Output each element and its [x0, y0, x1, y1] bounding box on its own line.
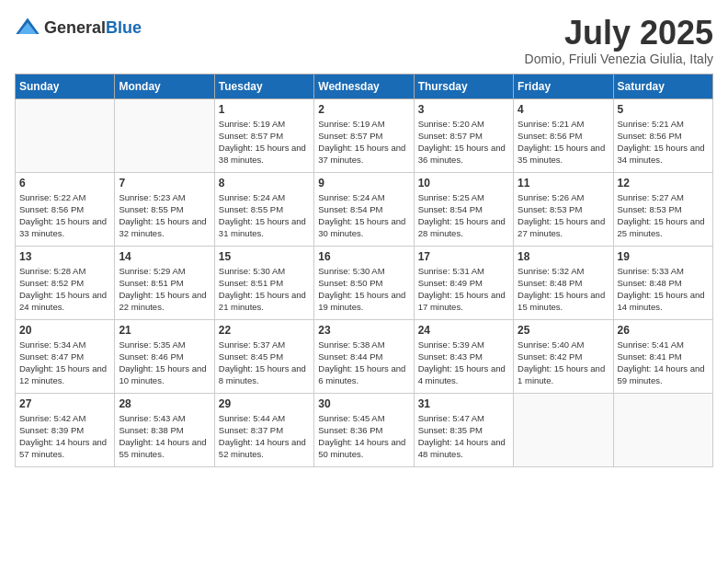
day-cell: 23Sunrise: 5:38 AM Sunset: 8:44 PM Dayli… — [314, 319, 414, 393]
day-number: 20 — [19, 324, 110, 337]
day-number: 27 — [19, 397, 110, 410]
day-cell: 31Sunrise: 5:47 AM Sunset: 8:35 PM Dayli… — [414, 393, 513, 466]
day-info: Sunrise: 5:24 AM Sunset: 8:54 PM Dayligh… — [318, 191, 409, 240]
day-cell: 11Sunrise: 5:26 AM Sunset: 8:53 PM Dayli… — [514, 172, 613, 246]
day-number: 16 — [318, 250, 409, 263]
day-cell: 2Sunrise: 5:19 AM Sunset: 8:57 PM Daylig… — [314, 98, 414, 172]
day-info: Sunrise: 5:43 AM Sunset: 8:38 PM Dayligh… — [119, 412, 210, 461]
day-info: Sunrise: 5:31 AM Sunset: 8:49 PM Dayligh… — [418, 265, 509, 314]
week-row-4: 20Sunrise: 5:34 AM Sunset: 8:47 PM Dayli… — [16, 319, 713, 393]
day-number: 30 — [318, 397, 409, 410]
header-cell-monday: Monday — [115, 74, 214, 98]
header-cell-sunday: Sunday — [16, 74, 115, 98]
day-number: 23 — [318, 324, 409, 337]
day-number: 18 — [518, 250, 609, 263]
day-info: Sunrise: 5:19 AM Sunset: 8:57 PM Dayligh… — [318, 118, 409, 167]
day-number: 31 — [418, 397, 509, 410]
day-info: Sunrise: 5:21 AM Sunset: 8:56 PM Dayligh… — [518, 118, 609, 167]
day-info: Sunrise: 5:23 AM Sunset: 8:55 PM Dayligh… — [119, 191, 210, 240]
day-info: Sunrise: 5:44 AM Sunset: 8:37 PM Dayligh… — [219, 412, 310, 461]
day-cell: 5Sunrise: 5:21 AM Sunset: 8:56 PM Daylig… — [613, 98, 712, 172]
day-cell: 26Sunrise: 5:41 AM Sunset: 8:41 PM Dayli… — [613, 319, 712, 393]
day-info: Sunrise: 5:20 AM Sunset: 8:57 PM Dayligh… — [418, 118, 509, 167]
day-number: 12 — [618, 177, 709, 190]
day-cell: 12Sunrise: 5:27 AM Sunset: 8:53 PM Dayli… — [613, 172, 712, 246]
day-info: Sunrise: 5:30 AM Sunset: 8:51 PM Dayligh… — [219, 265, 310, 314]
day-cell: 6Sunrise: 5:22 AM Sunset: 8:56 PM Daylig… — [16, 172, 115, 246]
day-info: Sunrise: 5:37 AM Sunset: 8:45 PM Dayligh… — [219, 339, 310, 387]
day-number: 17 — [418, 250, 509, 263]
day-info: Sunrise: 5:41 AM Sunset: 8:41 PM Dayligh… — [618, 339, 709, 387]
day-cell: 1Sunrise: 5:19 AM Sunset: 8:57 PM Daylig… — [214, 98, 313, 172]
month-title: July 2025 — [525, 15, 713, 52]
day-info: Sunrise: 5:26 AM Sunset: 8:53 PM Dayligh… — [518, 191, 609, 240]
day-cell: 30Sunrise: 5:45 AM Sunset: 8:36 PM Dayli… — [314, 393, 414, 466]
day-number: 5 — [618, 103, 709, 116]
location-title: Domio, Friuli Venezia Giulia, Italy — [525, 52, 713, 66]
day-number: 26 — [618, 324, 709, 337]
day-cell: 10Sunrise: 5:25 AM Sunset: 8:54 PM Dayli… — [414, 172, 513, 246]
day-cell: 22Sunrise: 5:37 AM Sunset: 8:45 PM Dayli… — [214, 319, 313, 393]
day-number: 21 — [119, 324, 210, 337]
day-cell — [115, 98, 214, 172]
calendar-body: 1Sunrise: 5:19 AM Sunset: 8:57 PM Daylig… — [16, 98, 713, 466]
day-info: Sunrise: 5:21 AM Sunset: 8:56 PM Dayligh… — [618, 118, 709, 167]
day-cell: 15Sunrise: 5:30 AM Sunset: 8:51 PM Dayli… — [214, 246, 313, 319]
day-cell — [613, 393, 712, 466]
logo-blue: Blue — [106, 18, 142, 37]
day-info: Sunrise: 5:42 AM Sunset: 8:39 PM Dayligh… — [19, 412, 110, 461]
day-cell: 14Sunrise: 5:29 AM Sunset: 8:51 PM Dayli… — [115, 246, 214, 319]
header-cell-wednesday: Wednesday — [314, 74, 414, 98]
day-cell: 13Sunrise: 5:28 AM Sunset: 8:52 PM Dayli… — [16, 246, 115, 319]
day-cell: 27Sunrise: 5:42 AM Sunset: 8:39 PM Dayli… — [16, 393, 115, 466]
day-number: 1 — [219, 103, 310, 116]
day-info: Sunrise: 5:22 AM Sunset: 8:56 PM Dayligh… — [19, 191, 110, 240]
day-number: 14 — [119, 250, 210, 263]
day-cell: 28Sunrise: 5:43 AM Sunset: 8:38 PM Dayli… — [115, 393, 214, 466]
header-cell-tuesday: Tuesday — [214, 74, 313, 98]
day-number: 19 — [618, 250, 709, 263]
day-number: 11 — [518, 177, 609, 190]
day-cell: 24Sunrise: 5:39 AM Sunset: 8:43 PM Dayli… — [414, 319, 513, 393]
day-number: 10 — [418, 177, 509, 190]
week-row-1: 1Sunrise: 5:19 AM Sunset: 8:57 PM Daylig… — [16, 98, 713, 172]
day-info: Sunrise: 5:35 AM Sunset: 8:46 PM Dayligh… — [119, 339, 210, 387]
day-cell — [514, 393, 613, 466]
day-cell: 7Sunrise: 5:23 AM Sunset: 8:55 PM Daylig… — [115, 172, 214, 246]
day-info: Sunrise: 5:27 AM Sunset: 8:53 PM Dayligh… — [618, 191, 709, 240]
day-cell: 25Sunrise: 5:40 AM Sunset: 8:42 PM Dayli… — [514, 319, 613, 393]
logo-general: General — [44, 18, 106, 37]
day-number: 9 — [318, 177, 409, 190]
logo: GeneralBlue — [15, 15, 142, 40]
day-info: Sunrise: 5:47 AM Sunset: 8:35 PM Dayligh… — [418, 412, 509, 461]
day-info: Sunrise: 5:28 AM Sunset: 8:52 PM Dayligh… — [19, 265, 110, 314]
day-info: Sunrise: 5:38 AM Sunset: 8:44 PM Dayligh… — [318, 339, 409, 387]
day-info: Sunrise: 5:19 AM Sunset: 8:57 PM Dayligh… — [219, 118, 310, 167]
header-cell-saturday: Saturday — [613, 74, 712, 98]
day-info: Sunrise: 5:32 AM Sunset: 8:48 PM Dayligh… — [518, 265, 609, 314]
day-number: 4 — [518, 103, 609, 116]
day-info: Sunrise: 5:45 AM Sunset: 8:36 PM Dayligh… — [318, 412, 409, 461]
day-cell: 3Sunrise: 5:20 AM Sunset: 8:57 PM Daylig… — [414, 98, 513, 172]
week-row-3: 13Sunrise: 5:28 AM Sunset: 8:52 PM Dayli… — [16, 246, 713, 319]
day-info: Sunrise: 5:33 AM Sunset: 8:48 PM Dayligh… — [618, 265, 709, 314]
calendar-header: SundayMondayTuesdayWednesdayThursdayFrid… — [16, 74, 713, 98]
calendar-table: SundayMondayTuesdayWednesdayThursdayFrid… — [15, 74, 713, 467]
day-info: Sunrise: 5:40 AM Sunset: 8:42 PM Dayligh… — [518, 339, 609, 387]
day-info: Sunrise: 5:39 AM Sunset: 8:43 PM Dayligh… — [418, 339, 509, 387]
day-number: 7 — [119, 177, 210, 190]
title-block: July 2025 Domio, Friuli Venezia Giulia, … — [525, 15, 713, 66]
day-info: Sunrise: 5:29 AM Sunset: 8:51 PM Dayligh… — [119, 265, 210, 314]
day-number: 28 — [119, 397, 210, 410]
day-info: Sunrise: 5:34 AM Sunset: 8:47 PM Dayligh… — [19, 339, 110, 387]
day-cell: 29Sunrise: 5:44 AM Sunset: 8:37 PM Dayli… — [214, 393, 313, 466]
day-cell: 18Sunrise: 5:32 AM Sunset: 8:48 PM Dayli… — [514, 246, 613, 319]
day-number: 15 — [219, 250, 310, 263]
day-number: 13 — [19, 250, 110, 263]
day-number: 22 — [219, 324, 310, 337]
header-cell-friday: Friday — [514, 74, 613, 98]
day-cell: 19Sunrise: 5:33 AM Sunset: 8:48 PM Dayli… — [613, 246, 712, 319]
week-row-5: 27Sunrise: 5:42 AM Sunset: 8:39 PM Dayli… — [16, 393, 713, 466]
page-header: GeneralBlue July 2025 Domio, Friuli Vene… — [15, 15, 713, 66]
day-number: 2 — [318, 103, 409, 116]
